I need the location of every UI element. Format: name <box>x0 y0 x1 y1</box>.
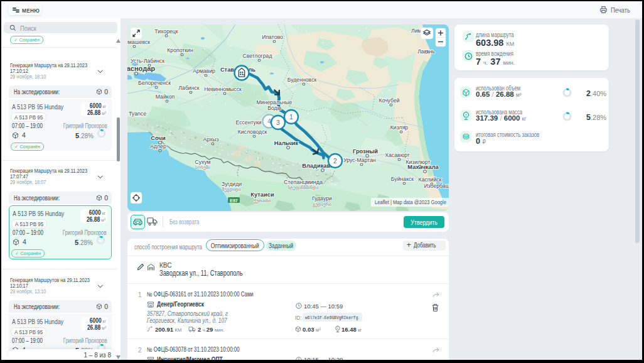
svg-text:Грозный: Грозный <box>353 148 378 154</box>
svg-text:3: 3 <box>276 119 280 126</box>
svg-text:Зугдиди: Зугдиди <box>222 181 242 187</box>
svg-text:Ипатово: Ипатово <box>262 34 283 40</box>
svg-text:Leaflet | Map data @2023 Googl: Leaflet | Map data @2023 Google <box>375 199 446 205</box>
svg-text:Махачкала: Махачкала <box>407 164 439 170</box>
svg-text:E97: E97 <box>230 198 238 203</box>
svg-text:раснодар: раснодар <box>127 65 155 72</box>
svg-text:Светлоград: Светлоград <box>242 53 272 59</box>
svg-text:Кисловодск: Кисловодск <box>238 129 267 135</box>
svg-text:Сухум: Сухум <box>195 159 210 165</box>
svg-text:Степанцминда: Степанцминда <box>284 179 323 185</box>
svg-text:Невинномысск: Невинномысск <box>204 86 242 92</box>
svg-text:გუდაური: გუდაური <box>313 202 331 207</box>
svg-text:ქუთაისი: ქუთაისი <box>254 198 271 203</box>
svg-text:Нальчик: Нальчик <box>274 140 299 146</box>
svg-text:Архыз: Архыз <box>203 136 218 143</box>
svg-text:სოხუმი: სოხუმი <box>195 165 210 170</box>
svg-text:2: 2 <box>333 157 337 165</box>
svg-text:Урус-Мартан: Урус-Мартан <box>343 157 376 163</box>
svg-text:Армавир: Армавир <box>193 68 215 74</box>
svg-text:Tyance: Tyance <box>129 111 146 117</box>
svg-text:Кутаиси: Кутаиси <box>250 192 274 198</box>
svg-text:სტეფანწმინდა: სტეფანწმინდა <box>288 185 319 190</box>
svg-text:Сочи: Сочи <box>151 135 166 141</box>
svg-text:Гудаури: Гудаури <box>312 195 332 202</box>
svg-text:Буденновск: Буденновск <box>287 77 317 83</box>
svg-text:Воды: Воды <box>267 105 281 111</box>
svg-text:Хасавюрт: Хасавюрт <box>385 152 410 158</box>
svg-text:Каспийск: Каспийск <box>419 176 442 183</box>
svg-text:Лим: Лим <box>411 28 422 34</box>
svg-text:Майкоп: Майкоп <box>156 94 175 100</box>
svg-text:имашевск: имашевск <box>127 39 150 45</box>
svg-text:Тихорецк: Тихорецк <box>154 28 178 35</box>
svg-text:Буйнакск: Буйнакск <box>391 176 414 182</box>
svg-text:Избербаш: Избербаш <box>424 183 449 189</box>
svg-text:Кропоткин: Кропоткин <box>167 47 193 53</box>
svg-text:Кочубей: Кочубей <box>378 97 399 104</box>
svg-text:Адлер: Адлер <box>150 143 166 149</box>
svg-text:Ессентуки: Ессентуки <box>235 119 261 126</box>
svg-text:1: 1 <box>289 113 293 121</box>
svg-text:Кизляр: Кизляр <box>390 124 409 131</box>
svg-text:Усть-Лабинск: Усть-Лабинск <box>131 58 164 64</box>
svg-text:Белореченск: Белореченск <box>138 80 171 86</box>
svg-text:Лабинск: Лабинск <box>178 85 200 91</box>
svg-text:ზუგდიდი: ზუგდიდი <box>222 187 241 192</box>
